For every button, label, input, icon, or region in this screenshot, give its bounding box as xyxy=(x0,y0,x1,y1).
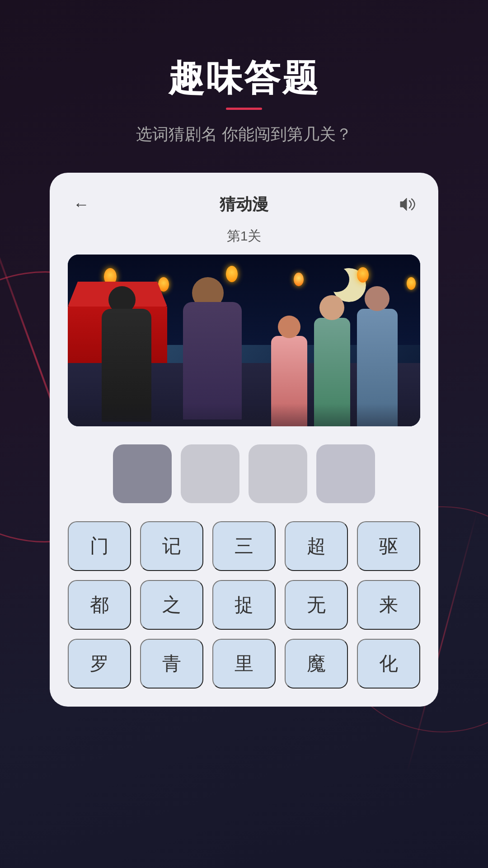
lantern-4 xyxy=(294,273,304,286)
bottom-fade xyxy=(68,404,420,426)
word-btn-来[interactable]: 来 xyxy=(357,580,420,630)
word-btn-都[interactable]: 都 xyxy=(68,580,131,630)
lantern-6 xyxy=(407,277,416,290)
page-content: 趣味答题 选词猜剧名 你能闯到第几关？ ← 猜动漫 第1关 xyxy=(0,0,488,868)
anime-image xyxy=(68,255,420,426)
answer-slot-4[interactable] xyxy=(316,444,375,503)
word-btn-记[interactable]: 记 xyxy=(140,521,203,571)
word-btn-无[interactable]: 无 xyxy=(285,580,348,630)
level-label: 第1关 xyxy=(227,227,262,245)
card-header: ← 猜动漫 xyxy=(68,191,420,218)
anime-scene xyxy=(68,255,420,426)
answer-slot-2[interactable] xyxy=(181,444,239,503)
sound-button[interactable] xyxy=(393,191,420,218)
word-btn-超[interactable]: 超 xyxy=(285,521,348,571)
word-btn-里[interactable]: 里 xyxy=(212,639,276,689)
sound-icon xyxy=(397,194,417,214)
page-title: 趣味答题 xyxy=(168,54,320,103)
word-btn-之[interactable]: 之 xyxy=(140,580,203,630)
title-underline xyxy=(226,108,262,110)
word-btn-罗[interactable]: 罗 xyxy=(68,639,131,689)
word-btn-三[interactable]: 三 xyxy=(212,521,276,571)
answer-slot-1[interactable] xyxy=(113,444,172,503)
word-btn-化[interactable]: 化 xyxy=(357,639,420,689)
word-btn-门[interactable]: 门 xyxy=(68,521,131,571)
back-button[interactable]: ← xyxy=(68,191,95,218)
card-title: 猜动漫 xyxy=(220,193,268,216)
page-subtitle: 选词猜剧名 你能闯到第几关？ xyxy=(136,123,352,146)
word-btn-驱[interactable]: 驱 xyxy=(357,521,420,571)
game-card: ← 猜动漫 第1关 xyxy=(50,173,438,707)
word-btn-魔[interactable]: 魔 xyxy=(285,639,348,689)
word-btn-青[interactable]: 青 xyxy=(140,639,203,689)
answer-slots xyxy=(113,444,375,503)
word-grid: 门 记 三 超 驱 都 之 捉 无 来 罗 青 里 魔 化 xyxy=(68,521,420,689)
answer-slot-3[interactable] xyxy=(249,444,307,503)
lantern-5 xyxy=(357,267,369,283)
back-icon: ← xyxy=(73,195,89,214)
word-btn-捉[interactable]: 捉 xyxy=(212,580,276,630)
